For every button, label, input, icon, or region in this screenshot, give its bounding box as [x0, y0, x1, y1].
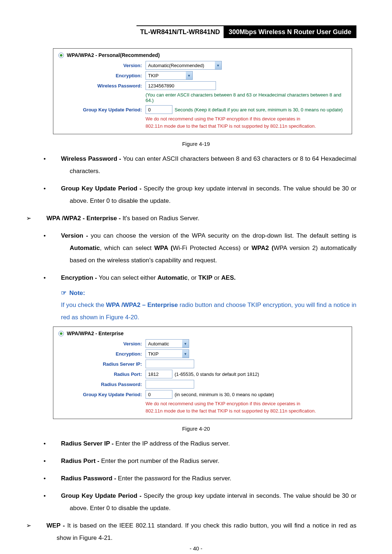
- radius-port-hint: (1-65535, 0 stands for default port 1812…: [175, 372, 259, 377]
- chevron-down-icon: ▾: [182, 350, 189, 358]
- version-select[interactable]: Automatic ▾: [146, 339, 189, 348]
- bullet-encryption: •Encryption - You can select either Auto…: [61, 272, 356, 284]
- group-key-period-label: Group Key Update Period:: [58, 392, 146, 397]
- version-label: Version:: [58, 63, 146, 68]
- encryption-select[interactable]: TKIP ▾: [146, 71, 193, 80]
- chevron-down-icon: ▾: [186, 71, 192, 79]
- version-label: Version:: [58, 341, 146, 346]
- note-body: If you check the WPA /WPA2 – Enterprise …: [61, 299, 356, 324]
- page-header: TL-WR841N/TL-WR841ND 300Mbps Wireless N …: [36, 25, 356, 38]
- bullet-wep: ➢WEP - It is based on the IEEE 802.11 st…: [46, 520, 356, 544]
- wireless-password-input[interactable]: 1234567890: [146, 81, 216, 90]
- bullet-radius-port: •Radius Port - Enter the port number of …: [61, 455, 356, 467]
- radio-dot-icon: [58, 331, 64, 336]
- radius-ip-label: Radius Server IP:: [58, 361, 146, 367]
- tkip-warning: We do not recommend using the TKIP encry…: [146, 400, 347, 414]
- bullet-enterprise: ➢WPA /WPA2 - Enterprise - It's based on …: [46, 212, 356, 225]
- radio-label: WPA/WPA2 - Enterprise: [67, 331, 124, 336]
- bullet-radius-password: •Radius Password - Enter the password fo…: [61, 472, 356, 485]
- encryption-label: Encryption:: [58, 351, 146, 357]
- radius-password-input[interactable]: [146, 380, 194, 389]
- version-select[interactable]: Automatic(Recommended) ▾: [146, 61, 222, 70]
- radius-ip-input[interactable]: [146, 360, 194, 368]
- figure-caption-1: Figure 4-19: [36, 141, 356, 147]
- radio-wpa-enterprise[interactable]: WPA/WPA2 - Enterprise: [58, 331, 347, 336]
- doc-title: 300Mbps Wireless N Router User Guide: [224, 25, 356, 38]
- bullet-group-key: •Group Key Update Period - Specify the g…: [61, 182, 356, 207]
- radius-port-label: Radius Port:: [58, 372, 146, 377]
- encryption-label: Encryption:: [58, 73, 146, 78]
- note-heading: Note:: [69, 290, 85, 296]
- group-key-period-label: Group Key Update Period:: [58, 107, 146, 112]
- tkip-warning: We do not recommend using the TKIP encry…: [146, 115, 347, 130]
- bullet-version: •Version - you can choose the version of…: [61, 230, 356, 267]
- bullet-group-key-2: •Group Key Update Period - Specify the g…: [61, 490, 356, 514]
- radio-wpa-personal[interactable]: WPA/WPA2 - Personal(Recommended): [58, 52, 347, 58]
- radio-label: WPA/WPA2 - Personal(Recommended): [67, 52, 160, 58]
- radius-port-input[interactable]: 1812: [146, 370, 172, 378]
- chevron-down-icon: ▾: [215, 61, 221, 69]
- chevron-down-icon: ▾: [182, 340, 189, 348]
- radio-dot-icon: [58, 53, 64, 58]
- wpa-enterprise-panel: WPA/WPA2 - Enterprise Version: Automatic…: [53, 327, 352, 419]
- group-key-period-input[interactable]: 0: [146, 105, 172, 114]
- product-model: TL-WR841N/TL-WR841ND: [136, 25, 224, 38]
- group-key-period-input[interactable]: 0: [146, 390, 172, 399]
- wireless-password-label: Wireless Password:: [58, 83, 146, 89]
- encryption-select[interactable]: TKIP ▾: [146, 349, 189, 358]
- note-block: ☞Note: If you check the WPA /WPA2 – Ente…: [61, 289, 356, 324]
- wpa-personal-panel: WPA/WPA2 - Personal(Recommended) Version…: [53, 48, 352, 134]
- page: TL-WR841N/TL-WR841ND 300Mbps Wireless N …: [0, 0, 392, 554]
- page-number: - 40 -: [0, 545, 392, 551]
- password-hint: (You can enter ASCII characters between …: [146, 91, 347, 104]
- figure-caption-2: Figure 4-20: [36, 426, 356, 432]
- radius-password-label: Radius Password:: [58, 382, 146, 387]
- group-key-period-hint: (in second, minimum is 30, 0 means no up…: [175, 392, 274, 397]
- group-key-period-hint: Seconds (Keep it default if you are not …: [175, 107, 343, 112]
- pointing-hand-icon: ☞: [61, 290, 66, 296]
- bullet-wireless-password: •Wireless Password - You can enter ASCII…: [61, 153, 356, 177]
- bullet-radius-ip: •Radius Server IP - Enter the IP address…: [61, 438, 356, 450]
